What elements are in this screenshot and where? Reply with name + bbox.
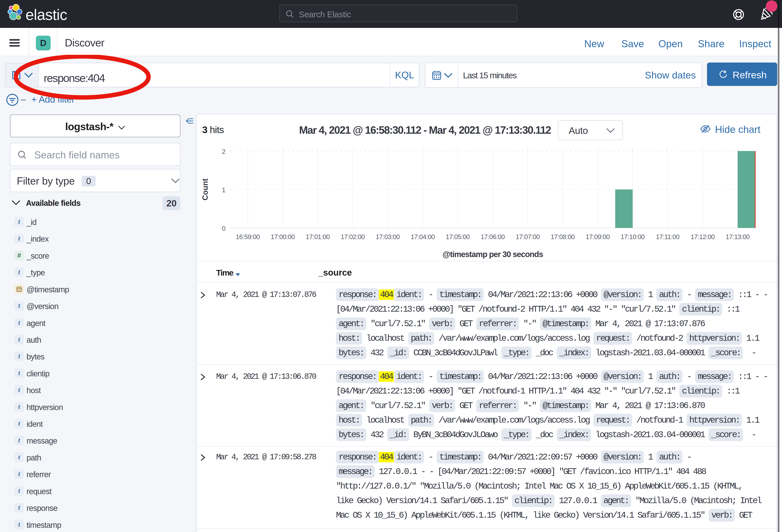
svg-text:17:02:00: 17:02:00 <box>341 233 365 240</box>
svg-text:17:06:00: 17:06:00 <box>481 233 505 240</box>
svg-text:17:09:00: 17:09:00 <box>585 233 610 240</box>
svg-text:17:07:00: 17:07:00 <box>516 233 540 240</box>
svg-text:17:03:00: 17:03:00 <box>376 233 400 240</box>
svg-text:17:08:00: 17:08:00 <box>551 233 575 240</box>
svg-text:17:11:00: 17:11:00 <box>656 233 679 240</box>
svg-text:17:13:00: 17:13:00 <box>725 233 750 240</box>
svg-text:@timestamp per 30 seconds: @timestamp per 30 seconds <box>442 250 543 259</box>
svg-text:16:59:00: 16:59:00 <box>236 233 260 240</box>
svg-text:17:00:00: 17:00:00 <box>271 233 295 240</box>
svg-text:1: 1 <box>222 186 225 194</box>
svg-text:Count: Count <box>201 179 209 200</box>
svg-text:0: 0 <box>222 225 225 232</box>
svg-text:17:01:00: 17:01:00 <box>306 233 330 240</box>
svg-text:17:12:00: 17:12:00 <box>691 233 715 240</box>
svg-text:17:04:00: 17:04:00 <box>411 233 435 240</box>
svg-text:2: 2 <box>222 148 225 155</box>
svg-text:17:10:00: 17:10:00 <box>621 233 645 240</box>
svg-text:17:05:00: 17:05:00 <box>446 233 470 240</box>
